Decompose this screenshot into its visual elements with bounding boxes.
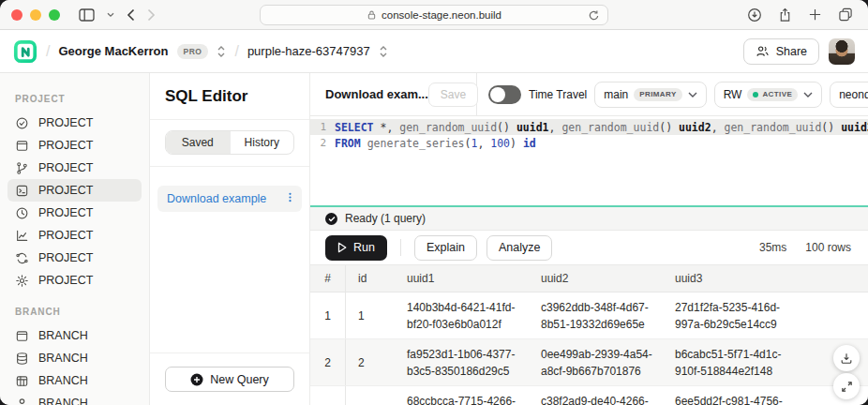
- status-text: Ready (1 query): [345, 212, 426, 225]
- traffic-lights: [11, 9, 60, 21]
- table-row[interactable]: 1 1 140b3b4d-6421-41fd-bf20-f03e6b0a012f…: [310, 292, 868, 339]
- monitoring-icon: [15, 229, 29, 243]
- column-header-uuid1[interactable]: uuid1: [405, 265, 539, 292]
- cell-uuid3: 6ee5dd2f-c981-4756-b277-0784be729d90: [673, 386, 807, 405]
- editor-panel: Download exam... Save Time Travel main P…: [310, 73, 868, 405]
- time-travel-toggle[interactable]: [488, 85, 521, 104]
- close-window-button[interactable]: [11, 9, 22, 21]
- chevron-down-icon[interactable]: [107, 12, 114, 18]
- reload-icon[interactable]: [588, 9, 600, 22]
- project-name[interactable]: purple-haze-63747937: [247, 44, 370, 58]
- explain-button[interactable]: Explain: [414, 235, 477, 261]
- column-header-uuid2[interactable]: uuid2: [539, 265, 673, 292]
- forward-icon[interactable]: [147, 8, 156, 22]
- org-switcher-icon[interactable]: [217, 45, 226, 58]
- column-header-num[interactable]: #: [310, 265, 346, 292]
- app-header: / George MacKerron PRO / purple-haze-637…: [0, 30, 868, 73]
- column-header-id[interactable]: id: [346, 265, 405, 292]
- share-page-icon[interactable]: [778, 8, 792, 22]
- restore-icon: [15, 206, 29, 220]
- sidebar-item-branches[interactable]: PROJECT: [7, 157, 142, 179]
- tab-overview-icon[interactable]: [838, 8, 853, 22]
- project-switcher-icon[interactable]: [379, 45, 388, 58]
- tab-saved[interactable]: Saved: [166, 131, 230, 154]
- databases-icon: [15, 352, 29, 366]
- sidebar-section-label: BRANCH: [0, 307, 149, 317]
- back-icon[interactable]: [127, 8, 135, 22]
- chevron-down-icon: [803, 92, 813, 98]
- cell-uuid2: c3962ddb-348f-4d67-8b51-19332d69e65e: [539, 292, 673, 338]
- quickstart-icon: [15, 116, 29, 130]
- saved-query-item[interactable]: Download example: [157, 186, 302, 212]
- dashboard-icon: [15, 139, 29, 153]
- compute-select[interactable]: RW ACTIVE: [714, 82, 823, 108]
- sidebar-item-restore[interactable]: PROJECT: [7, 202, 142, 224]
- breadcrumb-separator: /: [46, 43, 50, 60]
- user-avatar[interactable]: [829, 38, 855, 65]
- sidebar-item-sql-editor[interactable]: PROJECT: [7, 179, 142, 202]
- branch-select[interactable]: main PRIMARY: [594, 82, 706, 108]
- cell-row-number: 1: [310, 292, 346, 338]
- cell-id: 1: [346, 292, 405, 338]
- sidebar-item-tables[interactable]: BRANCH: [7, 369, 142, 392]
- sidebar-item-roles[interactable]: BRANCH: [7, 392, 142, 405]
- address-bar[interactable]: console-stage.neon.build: [260, 5, 608, 25]
- org-name[interactable]: George MacKerron: [58, 44, 168, 58]
- cell-row-number: 2: [310, 339, 346, 385]
- database-select[interactable]: neondb: [830, 82, 868, 108]
- sql-code-editor[interactable]: 1 SELECT *, gen_random_uuid() uuid1, gen…: [310, 116, 868, 205]
- kebab-menu-icon[interactable]: [284, 191, 296, 206]
- plus-circle-icon: [190, 373, 203, 386]
- tab-history[interactable]: History: [230, 131, 294, 154]
- cell-uuid3: 27d1f2fa-5235-416d-997a-6b29c5e14cc9: [673, 292, 807, 338]
- save-button[interactable]: Save: [428, 82, 478, 107]
- results-table: # id uuid1 uuid2 uuid3 1 1 140b3b4d-6421…: [310, 264, 868, 405]
- sidebar-item-databases[interactable]: BRANCH: [7, 347, 142, 369]
- cell-uuid1: fa9523d1-1b06-4377-b3c5-8350186d29c5: [405, 339, 539, 385]
- settings-icon: [15, 274, 29, 288]
- saved-queries-list: Download example: [150, 167, 309, 352]
- ready-check-icon: [325, 213, 337, 225]
- chevron-down-icon: [688, 92, 697, 98]
- downloads-icon[interactable]: [747, 8, 762, 22]
- sidebar-item-quickstart[interactable]: PROJECT: [7, 112, 142, 134]
- cell-id: 2: [346, 339, 405, 385]
- url-text: console-stage.neon.build: [382, 9, 501, 21]
- divider: [400, 239, 401, 256]
- column-header-uuid3[interactable]: uuid3: [673, 265, 807, 292]
- queries-panel: SQL Editor Saved History: [150, 73, 310, 405]
- analyze-button[interactable]: Analyze: [486, 235, 552, 261]
- play-icon: [337, 242, 347, 253]
- minimize-window-button[interactable]: [30, 9, 41, 21]
- time-travel-label: Time Travel: [529, 88, 587, 101]
- saved-history-tabs: Saved History: [165, 130, 294, 155]
- share-button[interactable]: Share: [743, 38, 819, 65]
- sidebar-item-integrations[interactable]: PROJECT: [7, 247, 142, 269]
- download-icon: [840, 352, 853, 365]
- overview-icon: [15, 329, 29, 343]
- cell-uuid1: 140b3b4d-6421-41fd-bf20-f03e6b0a012f: [405, 292, 539, 338]
- breadcrumb-separator: /: [234, 43, 238, 60]
- sidebar-item-dashboard[interactable]: PROJECT: [7, 134, 142, 157]
- new-tab-icon[interactable]: [808, 8, 822, 22]
- sidebar-toggle-icon[interactable]: [79, 8, 95, 22]
- line-number: 2: [310, 137, 335, 149]
- sidebar-item-settings[interactable]: PROJECT: [7, 269, 142, 292]
- sidebar-item-overview[interactable]: BRANCH: [7, 324, 142, 347]
- table-row[interactable]: 2 2 fa9523d1-1b06-4377-b3c5-8350186d29c5…: [310, 339, 868, 386]
- run-button[interactable]: Run: [325, 235, 387, 261]
- new-query-button[interactable]: New Query: [165, 367, 294, 392]
- plan-badge: PRO: [177, 44, 209, 59]
- sql-editor-icon: [15, 184, 29, 198]
- code-line: 2 FROM generate_series(1, 100) id: [310, 135, 868, 151]
- sidebar: PROJECT PROJECT PROJECT: [0, 73, 150, 405]
- line-number: 1: [310, 121, 335, 133]
- expand-results-button[interactable]: [833, 373, 860, 399]
- zoom-window-button[interactable]: [49, 9, 60, 21]
- neon-logo[interactable]: [13, 39, 37, 64]
- cell-id: 3: [346, 386, 405, 405]
- lock-icon: [367, 9, 377, 21]
- table-row[interactable]: 3 3 68ccbcca-7715-4266-b6c5-9f7a14ea6e5e…: [310, 386, 868, 405]
- sidebar-item-monitoring[interactable]: PROJECT: [7, 224, 142, 247]
- download-results-button[interactable]: [833, 345, 860, 371]
